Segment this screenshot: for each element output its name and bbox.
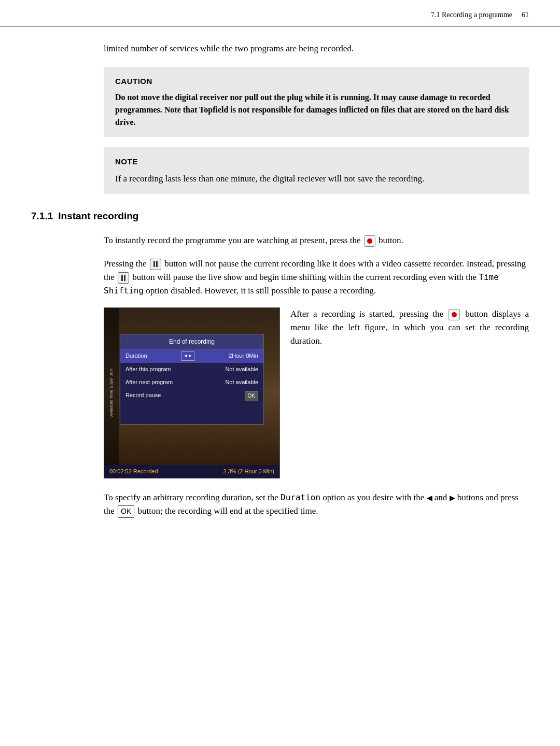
row-value-duration: 2Hour 0Min: [229, 351, 258, 361]
section-number: 7.1.1: [31, 210, 53, 221]
final-paragraph: To specify an arbitrary recording durati…: [104, 491, 529, 518]
header-page-number: 61: [522, 9, 529, 21]
note-box: NOTE If a recording lasts less than one …: [104, 147, 529, 194]
row-icon-arrows: ◄►: [181, 351, 194, 361]
tv-menu-row-record-pause: Record pause OK: [120, 389, 263, 403]
time-shifting-label: Time Shifting: [104, 272, 499, 295]
record-button-icon-caption: [449, 309, 460, 320]
tv-sidebar: Super 100 Available Time: [104, 308, 119, 478]
right-arrow: ▶: [450, 494, 455, 502]
caution-body: Do not move the digital receiver nor pul…: [115, 91, 517, 129]
tv-menu-row-after-this: After this program Not available: [120, 363, 263, 376]
duration-option-label: Duration: [281, 492, 320, 502]
note-body: If a recording lasts less than one minut…: [115, 172, 517, 186]
left-arrow: ◀: [427, 494, 432, 502]
row-label-after-next: After next program: [125, 378, 173, 387]
row-label-record-pause: Record pause: [125, 391, 161, 401]
record-button-icon: [364, 235, 375, 247]
record-dot: [367, 238, 372, 244]
tv-menu-overlay: End of recording Duration ◄► 2Hour 0Min …: [120, 334, 264, 425]
tv-menu-title: End of recording: [120, 334, 263, 350]
section-title: Instant recording: [58, 210, 138, 221]
lr-arrows-icon: ◄►: [181, 351, 194, 361]
sidebar-label-1: Super 100: [108, 369, 115, 388]
row-ok-button: OK: [245, 391, 258, 401]
pause-bar: [156, 261, 158, 267]
tv-status-bar: 00:02:52 Recorded 2.3% (2 Hour 0 Min): [104, 465, 279, 478]
row-label-duration: Duration: [125, 351, 147, 361]
tv-menu-row-after-next: After next program Not available: [120, 376, 263, 389]
pause-bars-1: [153, 261, 158, 267]
record-dot-caption: [452, 312, 457, 317]
figure-image: Super 100 Available Time End of recordin…: [104, 307, 280, 478]
pause-button-icon-2: [118, 272, 129, 284]
intro-paragraph: limited number of services while the two…: [104, 42, 529, 55]
pause-bar: [121, 275, 123, 281]
caution-box: CAUTION Do not move the digital receiver…: [104, 67, 529, 137]
page-container: 7.1 Recording a programme 61 limited num…: [0, 0, 560, 746]
paragraph-1: To instantly record the programme you ar…: [104, 234, 529, 247]
row-value-after-next: Not available: [225, 378, 258, 387]
paragraph-2: Pressing the button will not pause the c…: [104, 257, 529, 298]
tv-background: Super 100 Available Time End of recordin…: [104, 308, 279, 478]
section-heading: 7.1.1Instant recording: [31, 208, 529, 223]
figure-section: Super 100 Available Time End of recordin…: [104, 307, 529, 478]
menu-spacer: [120, 403, 263, 424]
row-value-after-this: Not available: [225, 365, 258, 374]
header-section-text: 7.1 Recording a programme: [431, 9, 512, 21]
pause-button-icon-1: [150, 259, 161, 270]
tv-menu-row-duration: Duration ◄► 2Hour 0Min: [120, 349, 263, 363]
status-remaining: 2.3% (2 Hour 0 Min): [223, 467, 274, 476]
status-recorded: 00:02:52 Recorded: [109, 467, 158, 476]
note-title: NOTE: [115, 156, 517, 167]
ok-box-button: OK: [118, 505, 134, 518]
row-label-after-this: After this program: [125, 365, 171, 374]
figure-caption: After a recording is started, pressing t…: [290, 307, 529, 348]
pause-bars-2: [121, 275, 125, 281]
main-content: limited number of services while the two…: [0, 26, 560, 548]
page-header: 7.1 Recording a programme 61: [0, 0, 560, 26]
sidebar-label-2: Available Time: [108, 390, 115, 417]
caution-title: CAUTION: [115, 75, 517, 87]
pause-bar: [124, 275, 125, 281]
pause-bar: [153, 261, 155, 267]
